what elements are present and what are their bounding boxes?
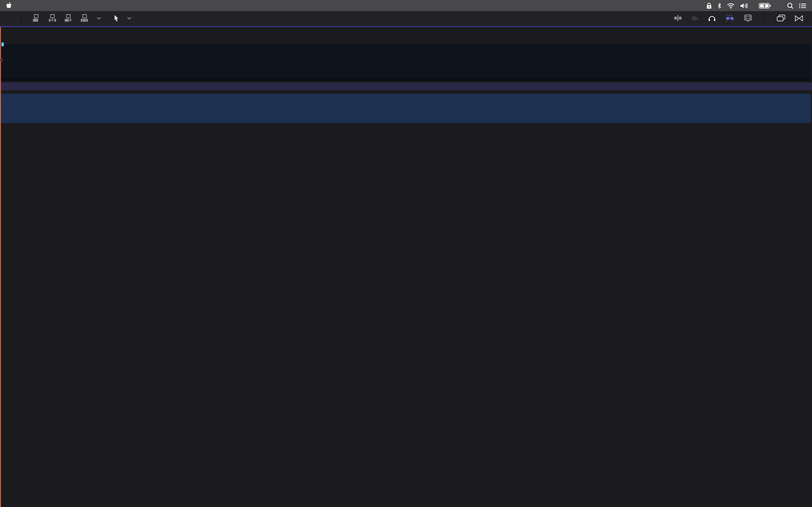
solo-icon[interactable] xyxy=(708,14,716,22)
skimming-icon[interactable] xyxy=(674,14,682,22)
list-icon[interactable] xyxy=(799,3,806,8)
browser-toggle-icon[interactable] xyxy=(777,14,785,22)
lock-icon[interactable] xyxy=(706,2,712,9)
battery-charging-icon xyxy=(759,3,771,8)
timeline-toolbar xyxy=(0,11,812,27)
apple-icon xyxy=(6,2,12,9)
volume-icon[interactable] xyxy=(740,3,748,8)
search-icon[interactable] xyxy=(787,2,794,9)
audio-clip-area xyxy=(0,0,812,507)
timeline-toggle-icon[interactable] xyxy=(795,15,803,21)
wifi-icon[interactable] xyxy=(727,3,735,8)
final-cut-pro-window xyxy=(0,0,812,507)
status-area xyxy=(706,2,806,9)
toolbar-right-group xyxy=(672,11,812,25)
audio-skimming-icon[interactable] xyxy=(691,15,699,21)
bluetooth-icon[interactable] xyxy=(717,2,722,9)
snapping-icon[interactable] xyxy=(725,14,735,22)
clip-appearance-icon[interactable] xyxy=(744,14,752,22)
menu-bar xyxy=(0,0,812,11)
apple-menu[interactable] xyxy=(6,2,12,9)
toolbar-divider xyxy=(764,13,765,23)
playhead[interactable] xyxy=(0,27,1,507)
